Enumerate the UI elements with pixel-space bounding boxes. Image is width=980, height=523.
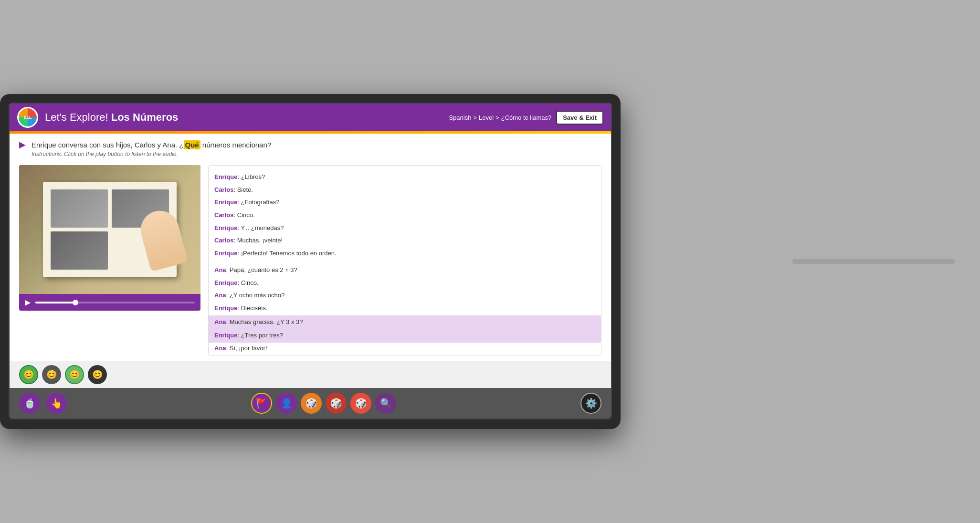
question-text-before: Enrique conversa con sus hijos, Carlos y…: [32, 141, 184, 149]
app-container: ELL Let's Explore! Los Números Spanish >…: [10, 104, 611, 388]
dialogue-text: : Muchas. ¡veinte!: [233, 237, 283, 244]
book-photo-3: [51, 231, 108, 270]
speaker-name: Carlos: [214, 186, 233, 193]
speaker-name: Enrique: [214, 250, 237, 257]
speaker-name: Enrique: [214, 199, 237, 206]
dialogue-line: Enrique: ¿Fotografías?: [214, 197, 595, 209]
speaker-name: Enrique: [214, 173, 237, 180]
flag-icon[interactable]: 🚩: [251, 393, 272, 414]
progress-dot: [73, 300, 78, 305]
laptop-stand: [646, 258, 741, 265]
speaker-name: Carlos: [214, 211, 233, 219]
speaker-name: Carlos: [214, 237, 233, 244]
progress-bar[interactable]: [35, 302, 195, 303]
arrow-icon: ▶: [19, 139, 26, 150]
question-area: ▶ Enrique conversa con sus hijos, Carlos…: [10, 134, 611, 160]
dialogue-text: : Cinco.: [237, 279, 258, 286]
dialogue-line: Carlos: Siete.: [214, 184, 595, 196]
book-photo-1: [51, 189, 108, 228]
video-background: [19, 165, 200, 294]
settings-icon[interactable]: ⚙️: [580, 393, 601, 414]
dialogue-text: : ¡Perfecto! Tenemos todo en orden.: [237, 250, 336, 257]
instructions-text: Instructions: Click on the play button t…: [32, 151, 178, 157]
logo-circle: ELL: [17, 107, 38, 128]
dialogue-line: Carlos: Cinco.: [214, 209, 595, 221]
dialogue-line: Enrique: Cinco.: [214, 277, 595, 289]
breadcrumb-language: Spanish: [449, 114, 471, 121]
header-title-prefix: Let's Explore!: [45, 111, 108, 123]
dialogue-text: : Cinco.: [233, 211, 254, 219]
book-visual: [43, 182, 177, 277]
breadcrumb-sep1: >: [473, 114, 477, 121]
dialogue-text: : Muchas gracias. ¿Y 3 x 3?: [226, 318, 303, 325]
dialogue-text: : Dieciséis.: [237, 304, 267, 312]
logo-inner: ELL: [19, 108, 37, 126]
breadcrumb-lesson: ¿Cómo te llamas?: [501, 114, 551, 121]
progress-fill: [35, 302, 75, 303]
dark-face2[interactable]: 😊: [88, 365, 107, 384]
video-panel: ▶: [19, 165, 200, 356]
dialogue-text: : ¿Tres por tres?: [237, 332, 283, 339]
speaker-name: Enrique: [214, 224, 237, 231]
dice3-icon[interactable]: 🎲: [350, 393, 371, 414]
dialogue-line: Ana: Sí, ¡por favor!: [214, 343, 595, 355]
dialogue-line: Enrique: Dieciséis.: [214, 303, 595, 314]
logo-text: ELL: [24, 115, 32, 120]
dialogue-text: : ¿Fotografías?: [237, 199, 279, 206]
laptop-base: [792, 259, 955, 264]
play-button[interactable]: ▶: [25, 298, 31, 307]
breadcrumb-level: Level: [479, 114, 494, 121]
laptop-outer: ELL Let's Explore! Los Números Spanish >…: [0, 94, 621, 429]
question-text-after: números mencionan?: [200, 141, 271, 149]
dialogue-line: Enrique: Y... ¿monedas?: [214, 222, 595, 234]
speaker-name: Enrique: [214, 304, 237, 312]
video-controls: ▶: [19, 294, 200, 311]
speaker-name: Ana: [214, 266, 226, 273]
bottom-avatars: 😊😊😊😊: [10, 361, 611, 388]
dialogue-line: Ana: Papá, ¿cuánto es 2 + 3?: [214, 264, 595, 276]
speaker-name: Ana: [214, 318, 226, 325]
dialogue-line: Ana: ¿Y ocho más ocho?: [214, 290, 595, 302]
green-face2[interactable]: 😊: [65, 365, 84, 384]
dice-icon[interactable]: 🎲: [301, 393, 322, 414]
dialogue-text: : Papá, ¿cuánto es 2 + 3?: [226, 266, 297, 273]
speaker-name: Ana: [214, 345, 226, 352]
dialogue-text: : ¿Libros?: [237, 173, 265, 180]
dialogue-line: Enrique: ¡Perfecto! Tenemos todo en orde…: [214, 248, 595, 260]
taskbar: 🍵👆 🚩👤🎲🎲🎲🔍 ⚙️: [10, 388, 611, 418]
dialogue-text: : ¿Y ocho más ocho?: [226, 292, 285, 299]
search-dice-icon[interactable]: 🔍: [375, 393, 396, 414]
taskbar-left: 🍵👆: [19, 393, 67, 414]
green-face[interactable]: 😊: [19, 365, 38, 384]
main-content: ▶ Enrique conversa con sus hijos, Carlos…: [10, 134, 611, 388]
dialogue-line: Enrique: ¡Un gato siamés!: [214, 356, 595, 356]
dialogue-line: Enrique: ¿Tres por tres?: [209, 329, 601, 343]
laptop-chin: [9, 419, 612, 429]
dialogue-text: : Y... ¿monedas?: [237, 224, 284, 231]
question-row: ▶ Enrique conversa con sus hijos, Carlos…: [19, 139, 271, 150]
save-exit-button[interactable]: Save & Exit: [556, 111, 603, 125]
dice2-icon[interactable]: 🎲: [326, 393, 347, 414]
person-icon[interactable]: 👤: [276, 393, 297, 414]
breadcrumb-sep2: >: [495, 114, 499, 121]
question-highlight: Qué: [184, 140, 200, 149]
dark-face[interactable]: 😊: [42, 365, 61, 384]
breadcrumb: Spanish > Level > ¿Cómo te llamas?: [449, 114, 551, 121]
taskbar-center: 🚩👤🎲🎲🎲🔍: [251, 393, 396, 414]
hand-icon[interactable]: 👆: [46, 393, 67, 414]
taskbar-right: ⚙️: [580, 393, 601, 414]
cup-icon[interactable]: 🍵: [19, 393, 40, 414]
header-right: Spanish > Level > ¿Cómo te llamas? Save …: [449, 111, 603, 125]
dialogue-line: Carlos: Muchas. ¡veinte!: [214, 235, 595, 247]
dialogue-text: : Sí, ¡por favor!: [226, 345, 267, 352]
header-title: Let's Explore! Los Números: [45, 111, 178, 124]
header-title-subtitle: Los Números: [111, 111, 179, 123]
content-row: ▶ Enrique: ¿Libros?Carlos: Siete.Enrique…: [10, 160, 611, 361]
dialogue-text: : Siete.: [233, 186, 253, 193]
dialogue-line: Enrique: ¿Libros?: [214, 171, 595, 183]
question-text: Enrique conversa con sus hijos, Carlos y…: [32, 141, 271, 149]
video-display: [19, 165, 200, 294]
speaker-name: Ana: [214, 292, 226, 299]
transcript-panel[interactable]: Enrique: ¿Libros?Carlos: Siete.Enrique: …: [208, 165, 601, 356]
speaker-name: Enrique: [214, 332, 237, 339]
